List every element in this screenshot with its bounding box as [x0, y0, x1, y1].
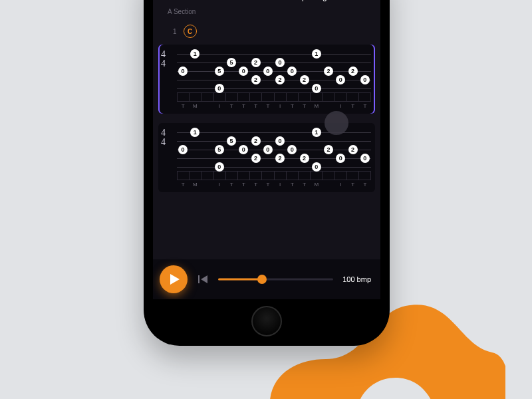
fingering-cell: T [250, 102, 262, 111]
fingering-cell: T [286, 102, 298, 111]
fingering-cell: M [189, 102, 201, 111]
app-screen: Style Melodic Key C Speed 100 bmp Tuning… [153, 0, 380, 299]
tempo-readout: 100 bmp [342, 275, 371, 283]
fret-note[interactable]: 0 [312, 162, 321, 172]
play-button[interactable] [160, 265, 188, 293]
fingering-cell: I [334, 180, 346, 190]
fret-note[interactable]: 2 [251, 58, 261, 67]
fret-note[interactable]: 0 [287, 145, 297, 154]
meta-value: C [228, 0, 275, 1]
fret-note[interactable]: 1 [190, 128, 200, 137]
phone-frame: Style Melodic Key C Speed 100 bmp Tuning… [144, 0, 390, 346]
fret-note[interactable]: 0 [360, 75, 370, 84]
fret-note[interactable]: 2 [251, 154, 261, 163]
meta-value: gDGBD [323, 0, 370, 1]
fret-note[interactable]: 0 [263, 66, 273, 76]
fingering-cell: I [334, 102, 346, 111]
fret-note[interactable]: 2 [251, 75, 261, 84]
fingering-cell: T [177, 102, 189, 111]
fret-note[interactable]: 2 [275, 154, 285, 163]
meta-value: 100 bmp [275, 0, 323, 1]
fret-note[interactable]: 0 [263, 145, 273, 154]
fingering-cell [323, 102, 334, 111]
section-row: 1 C [153, 19, 380, 41]
fret-note[interactable]: 0 [178, 66, 188, 76]
rewind-icon [198, 275, 207, 283]
fingering-cell: T [347, 180, 359, 190]
fret-note[interactable]: 5 [227, 58, 236, 67]
tab-staff[interactable]: 0105502202002102020 [177, 50, 371, 92]
fret-note[interactable]: 0 [178, 145, 188, 154]
fingering-cell: T [225, 102, 237, 111]
slider-fill [218, 279, 262, 281]
meta-speed[interactable]: Speed 100 bmp [275, 0, 323, 1]
beat-grid [177, 92, 371, 102]
rewind-button[interactable] [197, 273, 209, 285]
fingering-cell: T [262, 180, 274, 190]
meta-tuning[interactable]: Tuning gDGBD [323, 0, 370, 1]
tab-measure-1[interactable]: 4 4 0105502202002102020 TMITTTTITTMITT [158, 45, 375, 114]
fingering-cell: M [311, 102, 323, 111]
fingering-cell: I [274, 102, 286, 111]
home-button[interactable] [251, 306, 282, 336]
tempo-slider[interactable] [218, 273, 333, 286]
fret-note[interactable]: 1 [312, 128, 321, 137]
fingering-cell [201, 102, 213, 111]
fret-note[interactable]: 0 [336, 154, 345, 163]
fret-note[interactable]: 2 [300, 75, 309, 84]
fingering-cell: T [299, 102, 311, 111]
fret-note[interactable]: 0 [239, 66, 248, 76]
time-signature: 4 4 [161, 50, 166, 68]
fret-note[interactable]: 2 [324, 66, 333, 76]
fingering-cell: T [286, 180, 298, 190]
fret-note[interactable]: 2 [300, 154, 309, 163]
fret-note[interactable]: 0 [215, 84, 224, 93]
song-meta-row: Style Melodic Key C Speed 100 bmp Tuning… [153, 0, 380, 8]
fingering-cell: T [237, 102, 249, 111]
fret-note[interactable]: 0 [360, 154, 370, 163]
fret-note[interactable]: 1 [190, 49, 200, 59]
fingering-cell: T [359, 180, 371, 190]
meta-style[interactable]: Style Melodic [181, 0, 228, 1]
time-signature: 4 4 [161, 128, 166, 147]
meta-key[interactable]: Key C [228, 0, 275, 1]
fret-note[interactable]: 5 [215, 66, 224, 76]
beat-grid [177, 171, 371, 180]
tab-staff[interactable]: 0105502202002102020 [177, 128, 371, 171]
fingering-cell: T [177, 180, 189, 190]
fingering-cell: I [274, 180, 286, 190]
fret-note[interactable]: 5 [215, 145, 224, 154]
slider-thumb[interactable] [257, 275, 267, 284]
fret-note[interactable]: 0 [287, 66, 297, 76]
meta-value: Melodic [181, 0, 228, 1]
fret-note[interactable]: 0 [275, 58, 285, 67]
fingering-cell: T [299, 180, 311, 190]
fret-note[interactable]: 2 [348, 145, 358, 154]
fingering-cell [201, 180, 213, 190]
fingering-cell: I [213, 102, 225, 111]
fret-note[interactable]: 0 [215, 162, 224, 172]
play-icon [170, 274, 180, 285]
svg-rect-0 [198, 275, 200, 283]
fret-note[interactable]: 0 [312, 84, 321, 93]
fingering-row: TMITTTTITTMITT [177, 102, 371, 111]
fret-note[interactable]: 1 [312, 49, 321, 59]
tab-measure-2[interactable]: 4 4 0105502202002102020 TMITTTTITTMITT [158, 123, 375, 192]
measure-number: 1 [173, 28, 177, 35]
fret-note[interactable]: 0 [239, 145, 248, 154]
fingering-row: TMITTTTITTMITT [177, 180, 371, 190]
chord-button[interactable]: C [184, 25, 197, 38]
fret-note[interactable]: 0 [275, 136, 285, 146]
fret-note[interactable]: 0 [336, 75, 345, 84]
fret-note[interactable]: 2 [251, 136, 261, 146]
section-label: A Section [168, 8, 380, 15]
fret-note[interactable]: 2 [324, 145, 333, 154]
fret-note[interactable]: 2 [275, 75, 285, 84]
fingering-cell: T [359, 102, 371, 111]
fret-note[interactable]: 2 [348, 66, 358, 76]
fingering-cell: T [262, 102, 274, 111]
fret-note[interactable]: 5 [227, 136, 236, 146]
player-bar: 100 bmp [153, 259, 380, 299]
fingering-cell: M [189, 180, 201, 190]
fingering-cell [323, 180, 334, 190]
